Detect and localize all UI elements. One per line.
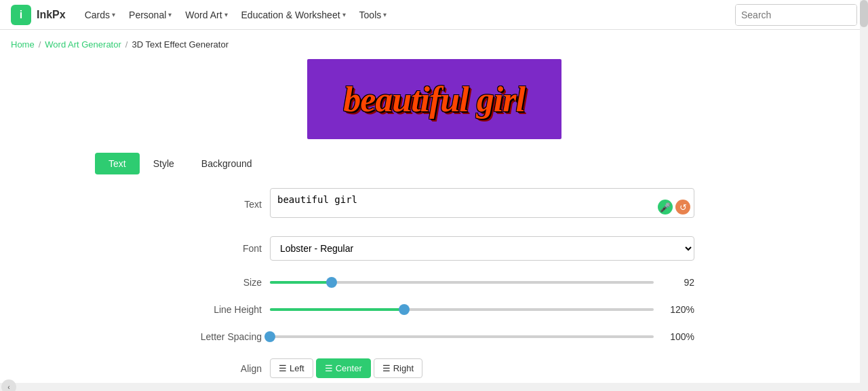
letter-spacing-label: Letter Spacing <box>174 331 262 342</box>
line-height-value: 120% <box>660 304 694 315</box>
font-label: Font <box>174 243 262 254</box>
align-right-button[interactable]: ☰ Right <box>374 358 422 378</box>
line-height-control-row: Line Height 120% <box>174 304 694 315</box>
nav-item-wordart[interactable]: Word Art ▾ <box>180 5 233 24</box>
search-input[interactable] <box>736 5 857 25</box>
line-height-slider-container: 120% <box>270 304 694 315</box>
align-label: Align <box>174 363 262 374</box>
align-left-button[interactable]: ☰ Left <box>270 358 313 378</box>
nav-item-education[interactable]: Education & Worksheet ▾ <box>236 5 351 24</box>
nav-item-tools[interactable]: Tools ▾ <box>354 5 393 24</box>
logo-icon: i <box>11 5 31 25</box>
tabs-container: Text Style Background <box>95 153 266 174</box>
size-value: 92 <box>660 277 694 288</box>
breadcrumb-sep: / <box>39 39 41 50</box>
breadcrumb-current: 3D Text Effect Generator <box>132 39 229 50</box>
letter-spacing-slider-container: 100% <box>270 331 694 342</box>
line-height-slider-fill <box>270 308 404 311</box>
scrollbar-right[interactable] <box>860 0 868 391</box>
line-height-slider-thumb[interactable] <box>399 304 410 315</box>
tab-background[interactable]: Background <box>188 153 266 174</box>
tab-style[interactable]: Style <box>140 153 188 174</box>
font-control-row: Font Lobster - Regular <box>174 236 694 261</box>
controls-panel: Text beautiful girl 🎤 ↺ Font Lobster - R… <box>163 188 705 391</box>
line-height-slider-track[interactable] <box>270 308 654 311</box>
text-control-row: Text beautiful girl 🎤 ↺ <box>174 188 694 220</box>
text-label: Text <box>174 199 262 210</box>
align-right-label: Right <box>393 363 414 373</box>
align-center-icon: ☰ <box>325 363 333 373</box>
nav-item-cards[interactable]: Cards ▾ <box>79 5 121 24</box>
line-height-label: Line Height <box>174 304 262 315</box>
breadcrumb-sep: / <box>125 39 128 50</box>
refresh-icon[interactable]: ↺ <box>675 200 690 215</box>
chevron-down-icon: ▾ <box>383 11 387 18</box>
align-right-icon: ☰ <box>382 363 391 373</box>
main-content: beautiful girl Text Style Background Tex… <box>0 59 868 391</box>
breadcrumb: Home / Word Art Generator / 3D Text Effe… <box>0 30 868 59</box>
text-input-icons: 🎤 ↺ <box>658 200 690 215</box>
tab-text[interactable]: Text <box>95 153 140 174</box>
voice-icon[interactable]: 🎤 <box>658 200 673 215</box>
search-box <box>735 4 857 26</box>
font-select[interactable]: Lobster - Regular <box>270 236 694 261</box>
font-select-area: Lobster - Regular <box>270 236 694 261</box>
letter-spacing-slider-track[interactable] <box>270 335 654 338</box>
preview-canvas: beautiful girl <box>307 59 561 139</box>
chevron-down-icon: ▾ <box>112 11 115 18</box>
size-control-row: Size 92 <box>174 277 694 288</box>
scrollbar-thumb[interactable] <box>860 0 868 27</box>
size-slider-container: 92 <box>270 277 694 288</box>
align-buttons: ☰ Left ☰ Center ☰ Right <box>270 358 422 378</box>
align-center-label: Center <box>336 363 362 373</box>
nav-item-personal[interactable]: Personal ▾ <box>123 5 177 24</box>
breadcrumb-home[interactable]: Home <box>11 39 35 50</box>
align-center-button[interactable]: ☰ Center <box>316 358 371 378</box>
preview-text: beautiful girl <box>343 79 525 119</box>
letter-spacing-control-row: Letter Spacing 100% <box>174 331 694 342</box>
brand-name: InkPx <box>37 9 66 21</box>
size-slider-track[interactable] <box>270 281 654 284</box>
align-left-label: Left <box>290 363 304 373</box>
letter-spacing-value: 100% <box>660 331 694 342</box>
chevron-down-icon: ▾ <box>342 11 346 18</box>
chevron-down-icon: ▾ <box>168 11 172 18</box>
breadcrumb-wordart[interactable]: Word Art Generator <box>45 39 121 50</box>
text-input[interactable]: beautiful girl <box>270 188 694 218</box>
navbar: i InkPx Cards ▾ Personal ▾ Word Art ▾ Ed… <box>0 0 868 30</box>
align-control-row: Align ☰ Left ☰ Center ☰ Right <box>174 358 694 378</box>
size-slider-thumb[interactable] <box>326 277 337 288</box>
bottom-bar: ‹ <box>0 383 860 391</box>
size-label: Size <box>174 277 262 288</box>
text-input-area: beautiful girl 🎤 ↺ <box>270 188 694 220</box>
scroll-left-button[interactable]: ‹ <box>1 379 16 391</box>
size-slider-fill <box>270 281 332 284</box>
align-left-icon: ☰ <box>279 363 287 373</box>
chevron-down-icon: ▾ <box>224 11 228 18</box>
letter-spacing-slider-thumb[interactable] <box>264 331 275 342</box>
